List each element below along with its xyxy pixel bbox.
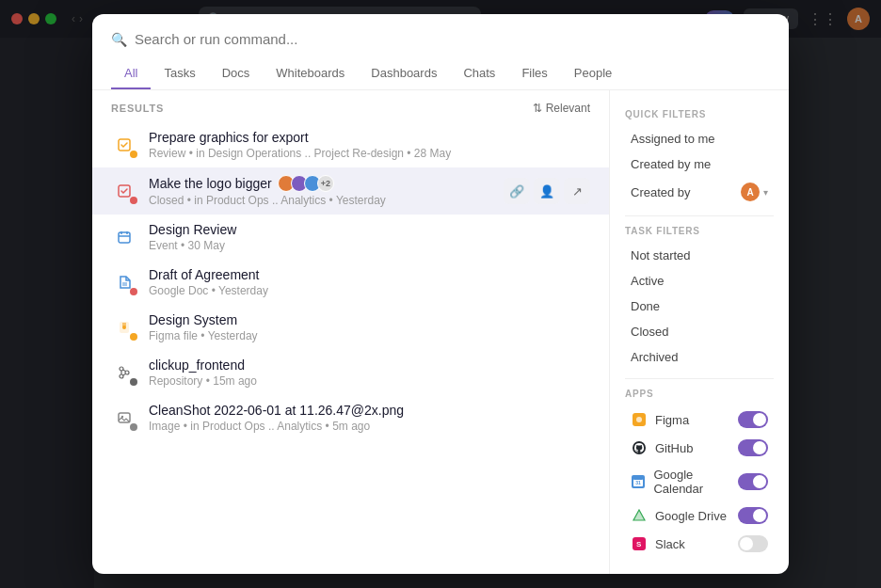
action-icon-0[interactable]: 🔗 <box>504 178 530 204</box>
result-item[interactable]: Make the logo bigger+2Closed • in Produc… <box>92 167 609 215</box>
result-meta: Google Doc • Yesterday <box>149 284 590 297</box>
result-icon <box>111 405 137 431</box>
app-row-google-drive[interactable]: Google Drive <box>625 502 774 529</box>
google calendar-icon: 31 <box>631 473 646 490</box>
task-filter-item[interactable]: Closed <box>625 320 774 343</box>
sort-icon: ⇅ <box>533 102 542 115</box>
result-title: Prepare graphics for export <box>149 130 590 145</box>
quick-filters-title: QUICK FILTERS <box>625 109 774 119</box>
quick-filters-list: Assigned to meCreated by meCreated byA▾ <box>625 127 774 206</box>
results-panel: RESULTS ⇅ Relevant Prepare graphics for … <box>92 90 610 574</box>
status-dot <box>130 288 137 295</box>
result-icon <box>111 224 137 250</box>
result-item[interactable]: Design SystemFigma file • Yesterday <box>92 305 609 350</box>
results-list: Prepare graphics for exportReview • in D… <box>92 122 609 440</box>
app-toggle-figma[interactable] <box>738 411 768 428</box>
status-dot <box>130 333 137 341</box>
toggle-knob <box>753 509 766 522</box>
app-label: 31Google Calendar <box>631 468 738 496</box>
app-row-slack[interactable]: SSlack <box>625 531 774 557</box>
status-dot <box>130 151 137 158</box>
tab-all[interactable]: All <box>111 58 151 89</box>
filter-tabs: AllTasksDocsWhiteboardsDashboardsChatsFi… <box>111 58 770 89</box>
toggle-knob <box>740 537 753 550</box>
result-item[interactable]: Design ReviewEvent • 30 May <box>92 215 609 260</box>
tab-docs[interactable]: Docs <box>209 58 264 89</box>
app-row-google-calendar[interactable]: 31Google Calendar <box>625 463 774 501</box>
tab-whiteboards[interactable]: Whiteboards <box>263 58 358 89</box>
app-toggle-github[interactable] <box>738 439 768 456</box>
app-toggle-slack[interactable] <box>738 535 768 552</box>
svg-text:31: 31 <box>635 480 641 485</box>
app-row-github[interactable]: GitHub <box>625 435 774 461</box>
result-title: Draft of Agreement <box>149 267 590 282</box>
filter-item-label: Created by <box>631 185 691 199</box>
action-icons: 🔗👤↗ <box>504 178 590 204</box>
result-item[interactable]: clickup_frontendRepository • 15m ago <box>92 350 609 395</box>
result-content: Make the logo bigger+2Closed • in Produc… <box>149 175 492 207</box>
search-icon-modal: 🔍 <box>111 32 127 47</box>
tab-dashboards[interactable]: Dashboards <box>358 58 450 89</box>
app-toggle-google-calendar[interactable] <box>738 473 768 490</box>
result-title: clickup_frontend <box>149 358 590 373</box>
app-toggle-google-drive[interactable] <box>738 507 768 524</box>
result-meta: Image • in Product Ops .. Analytics • 5m… <box>149 420 590 433</box>
app-label: Figma <box>631 411 689 428</box>
action-icon-2[interactable]: ↗ <box>564 178 590 204</box>
filter-item-label: Assigned to me <box>631 132 715 146</box>
svg-rect-2 <box>119 232 130 243</box>
search-modal: 🔍 AllTasksDocsWhiteboardsDashboardsChats… <box>92 14 789 574</box>
result-meta: Closed • in Product Ops .. Analytics • Y… <box>149 194 492 207</box>
result-content: CleanShot 2022-06-01 at 11.26.47@2x.pngI… <box>149 403 590 433</box>
modal-overlay[interactable]: 🔍 AllTasksDocsWhiteboardsDashboardsChats… <box>0 0 881 588</box>
search-input-wrap: 🔍 <box>111 31 770 58</box>
sort-button[interactable]: ⇅ Relevant <box>533 102 590 115</box>
result-item[interactable]: CleanShot 2022-06-01 at 11.26.47@2x.pngI… <box>92 395 609 440</box>
app-row-figma[interactable]: Figma <box>625 406 774 433</box>
svg-text:S: S <box>636 540 642 548</box>
action-icon-1[interactable]: 👤 <box>534 178 560 204</box>
filter-divider-1 <box>625 215 774 216</box>
app-label: SSlack <box>631 535 685 552</box>
app-name: GitHub <box>655 441 693 455</box>
result-icon <box>111 269 137 295</box>
task-filter-item[interactable]: Archived <box>625 345 774 369</box>
filter-divider-2 <box>625 378 774 379</box>
svg-point-12 <box>125 371 129 374</box>
task-filter-item[interactable]: Active <box>625 269 774 293</box>
slack-icon: S <box>631 535 648 552</box>
status-dot <box>130 197 137 204</box>
google drive-icon <box>631 507 648 524</box>
svg-line-14 <box>123 370 126 372</box>
result-icon <box>111 359 137 386</box>
svg-marker-25 <box>633 510 645 520</box>
result-item[interactable]: Draft of AgreementGoogle Doc • Yesterday <box>92 260 609 305</box>
tab-tasks[interactable]: Tasks <box>151 58 208 89</box>
result-content: Design ReviewEvent • 30 May <box>149 222 590 252</box>
result-meta: Review • in Design Operations .. Project… <box>149 147 590 160</box>
results-label: RESULTS <box>111 103 164 114</box>
sort-label: Relevant <box>546 102 590 115</box>
task-filter-item[interactable]: Not started <box>625 244 774 267</box>
app-name: Google Drive <box>655 509 727 523</box>
result-item[interactable]: Prepare graphics for exportReview • in D… <box>92 122 609 167</box>
result-content: Prepare graphics for exportReview • in D… <box>149 130 590 160</box>
toggle-knob <box>753 475 766 488</box>
app-name: Figma <box>655 413 689 427</box>
result-title: Design Review <box>149 222 590 237</box>
tab-people[interactable]: People <box>561 58 625 89</box>
tab-files[interactable]: Files <box>508 58 560 89</box>
result-content: Draft of AgreementGoogle Doc • Yesterday <box>149 267 590 297</box>
command-search-input[interactable] <box>135 31 770 47</box>
tab-chats[interactable]: Chats <box>450 58 508 89</box>
github-icon <box>631 439 648 456</box>
quick-filter-item[interactable]: Created by me <box>625 152 774 176</box>
quick-filter-item[interactable]: Created byA▾ <box>625 178 774 206</box>
avatar-group: +2 <box>278 175 334 192</box>
task-filter-item[interactable]: Done <box>625 294 774 318</box>
result-title: Make the logo bigger+2 <box>149 175 492 192</box>
filter-avatar-row: A▾ <box>741 183 768 201</box>
apps-title: APPS <box>625 389 774 399</box>
result-title: Design System <box>149 312 590 327</box>
quick-filter-item[interactable]: Assigned to me <box>625 127 774 151</box>
